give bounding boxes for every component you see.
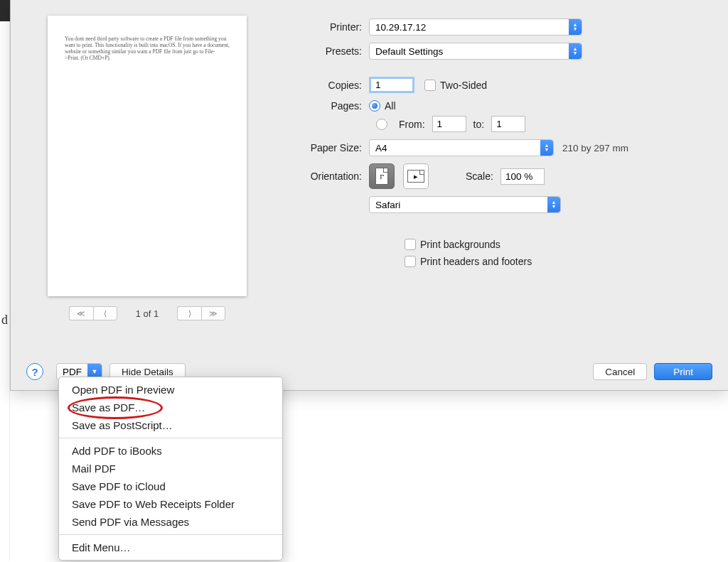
pages-from-radio[interactable]	[376, 119, 387, 130]
print-button[interactable]: Print	[654, 363, 712, 380]
preview-text: You dont need third party software to cr…	[65, 36, 230, 61]
menu-send-via-messages[interactable]: Send PDF via Messages	[59, 513, 282, 531]
print-backgrounds-label: Print backgrounds	[420, 239, 500, 250]
presets-label: Presets:	[284, 45, 369, 57]
copies-input[interactable]	[369, 77, 414, 93]
menu-add-to-ibooks[interactable]: Add PDF to iBooks	[59, 442, 282, 460]
first-page-button[interactable]: ≪	[69, 306, 93, 320]
print-backgrounds-checkbox[interactable]	[405, 239, 416, 250]
menu-save-as-postscript[interactable]: Save as PostScript…	[59, 416, 282, 434]
print-options-column: Printer: 10.29.17.12 Presets: Default Se…	[284, 16, 712, 320]
pages-label: Pages:	[284, 100, 369, 112]
last-page-button[interactable]: ≫	[201, 306, 225, 320]
pages-to-input[interactable]	[491, 116, 525, 132]
scale-label: Scale:	[466, 171, 493, 182]
next-page-button[interactable]: ⟩	[177, 306, 201, 320]
menu-separator	[59, 534, 282, 535]
two-sided-label: Two-Sided	[440, 80, 487, 91]
orientation-portrait-button[interactable]: 𐌲	[369, 163, 395, 189]
paper-size-value: A4	[375, 143, 387, 153]
paper-size-select[interactable]: A4	[369, 139, 554, 156]
landscape-icon: ▸	[407, 170, 424, 183]
copies-label: Copies:	[284, 80, 369, 91]
dropdown-arrows-icon	[547, 197, 560, 212]
page-preview: You dont need third party software to cr…	[48, 16, 247, 296]
pages-to-label: to:	[473, 119, 485, 130]
cancel-button[interactable]: Cancel	[593, 363, 647, 380]
two-sided-checkbox[interactable]	[424, 80, 436, 91]
printer-label: Printer:	[284, 21, 369, 33]
presets-value: Default Settings	[375, 46, 443, 57]
menu-save-to-icloud[interactable]: Save PDF to iCloud	[59, 477, 282, 495]
print-headers-footers-label: Print headers and footers	[420, 256, 532, 267]
pdf-dropdown-menu: Open PDF in Preview Save as PDF… Save as…	[58, 377, 283, 561]
menu-mail-pdf[interactable]: Mail PDF	[59, 460, 282, 477]
page-counter: 1 of 1	[136, 308, 159, 319]
background-page-strip	[0, 21, 10, 561]
pages-all-label: All	[385, 100, 396, 112]
print-dialog: You dont need third party software to cr…	[10, 0, 728, 391]
printer-value: 10.29.17.12	[375, 22, 426, 33]
preview-column: You dont need third party software to cr…	[26, 16, 268, 320]
pages-from-input[interactable]	[432, 116, 466, 132]
menu-separator	[59, 438, 282, 438]
help-button[interactable]: ?	[26, 363, 43, 380]
orientation-landscape-button[interactable]: ▸	[403, 163, 429, 189]
paper-size-label: Paper Size:	[284, 142, 369, 153]
menu-edit-menu[interactable]: Edit Menu…	[59, 539, 282, 556]
app-options-select[interactable]: Safari	[369, 196, 561, 213]
app-options-value: Safari	[375, 200, 400, 210]
pdf-dropdown-label: PDF	[57, 367, 87, 377]
pages-all-radio[interactable]	[369, 100, 380, 112]
portrait-icon: 𐌲	[375, 168, 388, 185]
scale-input[interactable]	[500, 168, 545, 185]
dropdown-arrows-icon	[540, 140, 553, 156]
menu-save-as-pdf[interactable]: Save as PDF…	[59, 399, 282, 416]
prev-page-button[interactable]: ⟨	[93, 306, 117, 320]
menu-open-pdf-preview[interactable]: Open PDF in Preview	[59, 381, 282, 399]
pages-from-label: From:	[399, 119, 425, 130]
page-navigation: ≪ ⟨ 1 of 1 ⟩ ≫	[69, 306, 226, 320]
menu-save-to-web-receipts[interactable]: Save PDF to Web Receipts Folder	[59, 495, 282, 513]
dropdown-arrows-icon	[569, 43, 582, 59]
paper-dimensions: 210 by 297 mm	[562, 143, 628, 153]
printer-select[interactable]: 10.29.17.12	[369, 18, 582, 36]
dropdown-arrows-icon	[569, 19, 582, 35]
presets-select[interactable]: Default Settings	[369, 43, 582, 60]
background-text-fragment: d	[1, 313, 8, 328]
orientation-label: Orientation:	[284, 171, 369, 182]
print-headers-footers-checkbox[interactable]	[405, 256, 416, 267]
